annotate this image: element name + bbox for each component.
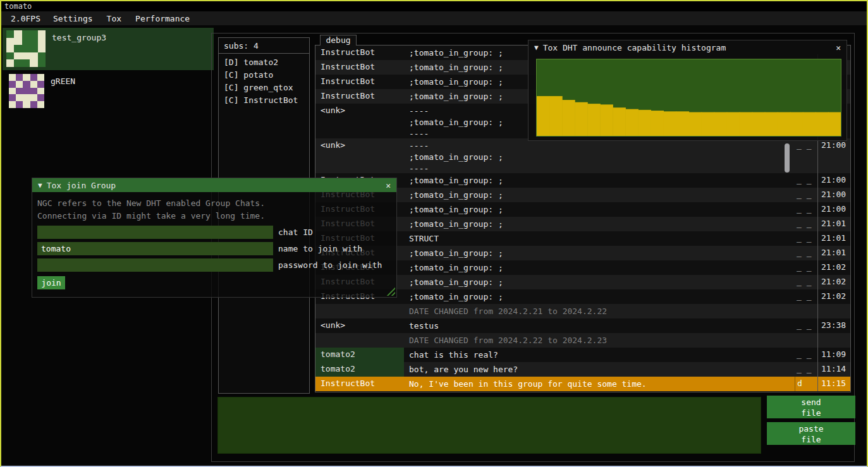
message-text: ;tomato_in_group: ; [404,202,795,217]
join-group-window: ▼ Tox join Group ✕ NGC refers to the New… [32,178,397,298]
message-status: _ _ [795,202,817,217]
message-status: _ _ [795,362,817,377]
histogram-body [529,54,847,140]
chat-row[interactable]: DATE CHANGED from 2024.2.21 to 2024.2.22 [315,304,850,318]
join-group-body: NGC refers to the New DHT enabled Group … [32,192,396,297]
avatar-pixel [14,30,21,38]
collapse-arrow-icon[interactable]: ▼ [534,44,539,52]
message-time: 21:02 [817,275,850,289]
message-time: 21:00 [817,173,850,188]
avatar-pixel [6,38,14,45]
message-status [795,333,817,348]
subs-member-item[interactable]: [C] green_qtox [219,82,309,94]
avatar-pixel [6,52,14,60]
message-status: _ _ [795,348,817,362]
message-author: <unk> [315,138,404,173]
message-author: InstructBot [315,45,404,60]
chat-id-input[interactable] [37,226,273,239]
message-time: 21:00 [817,188,850,202]
message-author: InstructBot [315,377,404,391]
collapse-arrow-icon[interactable]: ▼ [38,181,42,190]
join-name-input[interactable] [37,242,273,255]
menubar: 2.0FPSSettingsToxPerformance [1,11,867,25]
chat-row[interactable]: DATE CHANGED from 2024.2.22 to 2024.2.23 [315,333,850,348]
close-icon[interactable]: ✕ [386,181,391,190]
avatar-pixel [30,94,37,101]
message-author: <unk> [315,104,404,138]
join-button[interactable]: join [37,276,65,289]
date-changed-text: DATE CHANGED from 2024.2.21 to 2024.2.22 [404,304,795,318]
message-text: STRUCT [404,231,795,246]
message-time: 21:00 [817,202,850,217]
avatar-pixel [37,101,44,108]
avatar-pixel [30,30,37,38]
chat-row[interactable]: tomato2bot, are you new here?_ _11:14 [315,362,850,377]
histogram-titlebar[interactable]: ▼ Tox DHT announce capability histogram … [529,40,847,54]
message-text: ;tomato_in_group: ; [404,260,795,275]
avatar-pixel [38,30,46,38]
subs-member-item[interactable]: [C] potato [219,69,309,82]
avatar-pixel [16,94,23,101]
message-status: _ _ [795,217,817,231]
message-status: _ _ [795,188,817,202]
histogram-window: ▼ Tox DHT announce capability histogram … [528,40,847,141]
histogram-plot [536,59,841,136]
chat-scrollbar-thumb[interactable] [785,143,790,173]
chat-row[interactable]: <unk>testus_ _23:38 [315,318,850,333]
chat-row[interactable]: tomato2chat is this real?_ _11:09 [315,348,850,362]
group-name-label: gREEN [51,76,75,86]
window-title: tomato [1,1,867,11]
message-time: 21:00 [817,138,850,173]
message-time [817,333,850,348]
fps-counter: 2.0FPS [5,13,46,25]
group-name-label: test_group3 [52,33,106,42]
close-icon[interactable]: ✕ [836,43,841,52]
send-file-button[interactable]: send file [767,396,855,418]
message-author: InstructBot [315,89,404,104]
resize-grip-icon[interactable] [385,286,395,296]
avatar-pixel [30,88,37,95]
join-info-line: NGC refers to the New DHT enabled Group … [37,197,391,210]
histogram-window-title: Tox DHT announce capability histogram [543,43,832,52]
message-text: ;tomato_in_group: ; [404,246,795,260]
subs-member-list: [D] tomato2[C] potato[C] green_qtox[C] I… [219,54,309,107]
message-text: ;tomato_in_group: ; [404,173,795,188]
subs-header: subs: 4 [219,38,309,53]
join-group-window-title: Tox join Group [47,181,382,190]
chat-row[interactable]: InstructBotNo, I've been in this group f… [315,377,850,391]
avatar-pixel [30,101,37,108]
message-author: tomato2 [315,362,404,377]
avatar-pixel [9,74,16,81]
avatar-pixel [6,45,14,52]
menu-item-settings[interactable]: Settings [46,13,100,25]
join-group-titlebar[interactable]: ▼ Tox join Group ✕ [32,178,396,192]
message-author: tomato2 [315,348,404,362]
message-text: chat is this real? [404,348,795,362]
tab-debug[interactable]: debug [320,35,357,45]
date-changed-text: DATE CHANGED from 2024.2.22 to 2024.2.23 [404,333,795,348]
message-status: _ _ [795,275,817,289]
message-text: ---- ;tomato_in_group: ; ---- [404,138,795,173]
avatar-pixel [37,74,44,81]
message-text: ;tomato_in_group: ; [404,217,795,231]
subs-member-item[interactable]: [C] InstructBot [219,94,309,107]
message-status: _ _ [795,289,817,304]
join-password-input[interactable] [37,258,273,272]
group-list-item[interactable]: test_group3 [3,28,214,70]
avatar-pixel [37,94,44,101]
message-time: 21:01 [817,246,850,260]
message-author [315,304,404,318]
message-text: ;tomato_in_group: ; [404,289,795,304]
message-status [795,304,817,318]
menu-item-tox[interactable]: Tox [100,13,128,25]
message-text: ;tomato_in_group: ; [404,275,795,289]
chat-row[interactable]: <unk>---- ;tomato_in_group: ; ----_ _21:… [315,138,850,173]
group-list-item[interactable]: gREEN [3,71,214,114]
paste-file-button[interactable]: paste file [767,422,855,445]
avatar-pixel [22,59,30,67]
subs-member-item[interactable]: [D] tomato2 [219,56,309,69]
avatar-pixel [30,52,37,60]
menu-item-performance[interactable]: Performance [128,13,197,25]
group-avatar [6,30,46,67]
message-input[interactable] [217,397,761,454]
